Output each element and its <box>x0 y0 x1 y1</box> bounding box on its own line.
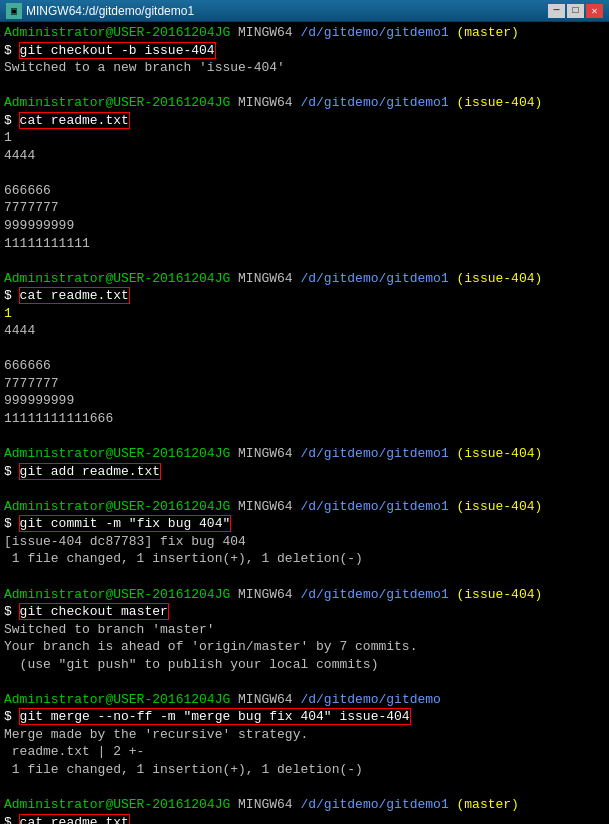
terminal-line: 11111111111666 <box>4 410 605 428</box>
terminal-line: Merge made by the 'recursive' strategy. <box>4 726 605 744</box>
terminal-line: Administrator@USER-20161204JG MINGW64 /d… <box>4 691 605 709</box>
terminal-line: 7777777 <box>4 199 605 217</box>
terminal-line: Switched to branch 'master' <box>4 621 605 639</box>
terminal-line <box>4 252 605 270</box>
window-icon: ▣ <box>6 3 22 19</box>
terminal-line: Administrator@USER-20161204JG MINGW64 /d… <box>4 24 605 42</box>
terminal-line: Administrator@USER-20161204JG MINGW64 /d… <box>4 445 605 463</box>
terminal-line: 1 file changed, 1 insertion(+), 1 deleti… <box>4 761 605 779</box>
terminal-line: (use "git push" to publish your local co… <box>4 656 605 674</box>
terminal-line: Administrator@USER-20161204JG MINGW64 /d… <box>4 498 605 516</box>
terminal-line: $ git checkout -b issue-404 <box>4 42 605 60</box>
terminal-line: readme.txt | 2 +- <box>4 743 605 761</box>
terminal-body[interactable]: Administrator@USER-20161204JG MINGW64 /d… <box>0 22 609 824</box>
terminal-line: $ git checkout master <box>4 603 605 621</box>
terminal-line: 11111111111 <box>4 235 605 253</box>
minimize-button[interactable]: ─ <box>548 4 565 18</box>
terminal-line: 4444 <box>4 147 605 165</box>
terminal-line: Administrator@USER-20161204JG MINGW64 /d… <box>4 270 605 288</box>
terminal-line: [issue-404 dc87783] fix bug 404 <box>4 533 605 551</box>
terminal-line <box>4 77 605 95</box>
terminal-line: $ cat readme.txt <box>4 112 605 130</box>
terminal-line: Switched to a new branch 'issue-404' <box>4 59 605 77</box>
title-bar: ▣ MINGW64:/d/gitdemo/gitdemo1 ─ □ ✕ <box>0 0 609 22</box>
terminal-line: $ cat readme.txt <box>4 287 605 305</box>
terminal-line <box>4 480 605 498</box>
terminal-line: $ git merge --no-ff -m "merge bug fix 40… <box>4 708 605 726</box>
terminal-line: 7777777 <box>4 375 605 393</box>
close-button[interactable]: ✕ <box>586 4 603 18</box>
terminal-line: Administrator@USER-20161204JG MINGW64 /d… <box>4 796 605 814</box>
terminal-line: 999999999 <box>4 217 605 235</box>
terminal-line <box>4 164 605 182</box>
terminal-line: 1 <box>4 305 605 323</box>
terminal-line <box>4 568 605 586</box>
terminal-line: Administrator@USER-20161204JG MINGW64 /d… <box>4 586 605 604</box>
terminal-line <box>4 428 605 446</box>
terminal-line: 666666 <box>4 357 605 375</box>
terminal-line: $ git commit -m "fix bug 404" <box>4 515 605 533</box>
terminal-line: 999999999 <box>4 392 605 410</box>
terminal-line <box>4 673 605 691</box>
terminal-line: 4444 <box>4 322 605 340</box>
terminal-line: Your branch is ahead of 'origin/master' … <box>4 638 605 656</box>
title-bar-left: ▣ MINGW64:/d/gitdemo/gitdemo1 <box>6 3 194 19</box>
terminal-line: $ git add readme.txt <box>4 463 605 481</box>
title-bar-buttons: ─ □ ✕ <box>548 4 603 18</box>
terminal-line <box>4 779 605 797</box>
terminal-line: 666666 <box>4 182 605 200</box>
terminal-line: Administrator@USER-20161204JG MINGW64 /d… <box>4 94 605 112</box>
terminal-line: $ cat readme.txt <box>4 814 605 824</box>
terminal-line <box>4 340 605 358</box>
terminal-line: 1 file changed, 1 insertion(+), 1 deleti… <box>4 550 605 568</box>
window: ▣ MINGW64:/d/gitdemo/gitdemo1 ─ □ ✕ Admi… <box>0 0 609 824</box>
terminal-line: 1 <box>4 129 605 147</box>
maximize-button[interactable]: □ <box>567 4 584 18</box>
title-bar-text: MINGW64:/d/gitdemo/gitdemo1 <box>26 4 194 18</box>
